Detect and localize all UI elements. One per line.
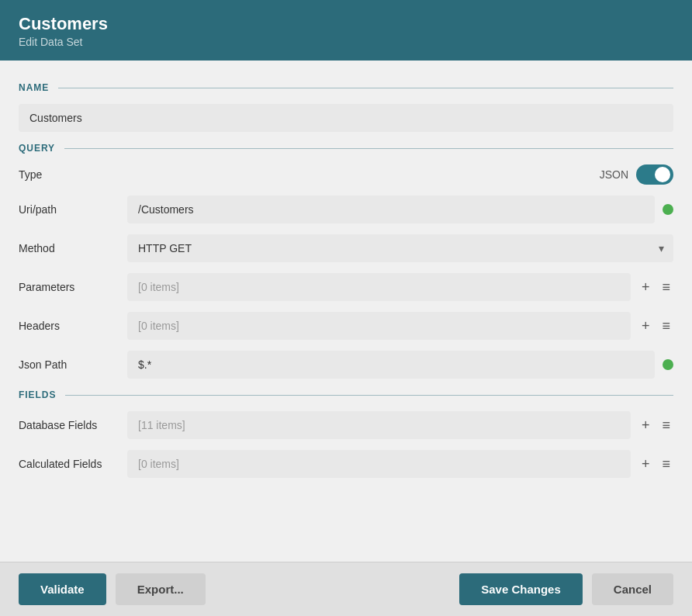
headers-row: Headers [0 items] + ≡ bbox=[19, 312, 673, 340]
json-path-row: Json Path bbox=[19, 351, 673, 379]
database-fields-label: Database Fields bbox=[19, 419, 127, 431]
calculated-fields-row: Calculated Fields [0 items] + ≡ bbox=[19, 450, 673, 478]
page-subtitle: Edit Data Set bbox=[19, 36, 673, 48]
fields-section-header: FIELDS bbox=[19, 389, 673, 400]
json-path-label: Json Path bbox=[19, 358, 127, 371]
name-field-row bbox=[19, 104, 673, 132]
parameters-control: [0 items] + ≡ bbox=[127, 273, 673, 301]
method-label: Method bbox=[19, 242, 127, 254]
json-path-status-indicator bbox=[663, 359, 673, 370]
method-row: Method HTTP GET HTTP POST HTTP PUT HTTP … bbox=[19, 234, 673, 262]
parameters-label: Parameters bbox=[19, 281, 127, 293]
name-field-control bbox=[19, 104, 673, 132]
method-control: HTTP GET HTTP POST HTTP PUT HTTP DELETE … bbox=[127, 234, 673, 262]
uri-label: Uri/path bbox=[19, 203, 127, 216]
page-header: Customers Edit Data Set bbox=[0, 0, 692, 61]
save-changes-button[interactable]: Save Changes bbox=[459, 573, 583, 605]
json-toggle[interactable] bbox=[636, 164, 673, 185]
method-select-wrapper: HTTP GET HTTP POST HTTP PUT HTTP DELETE … bbox=[127, 234, 673, 262]
query-section-label: QUERY bbox=[19, 143, 55, 154]
json-path-input[interactable] bbox=[127, 351, 655, 379]
footer: Validate Export... Save Changes Cancel bbox=[0, 562, 692, 616]
query-section-header: QUERY bbox=[19, 143, 673, 154]
method-select[interactable]: HTTP GET HTTP POST HTTP PUT HTTP DELETE bbox=[127, 234, 673, 262]
parameters-actions: + ≡ bbox=[638, 279, 673, 296]
main-content: NAME QUERY Type JSON Uri/path Method bbox=[0, 61, 692, 562]
headers-label: Headers bbox=[19, 320, 127, 332]
name-section-label: NAME bbox=[19, 82, 49, 93]
type-label: Type bbox=[19, 168, 127, 181]
calculated-fields-field: [0 items] bbox=[127, 450, 631, 478]
fields-section-divider bbox=[65, 395, 673, 396]
calculated-fields-control: [0 items] + ≡ bbox=[127, 450, 673, 478]
name-section-divider bbox=[58, 88, 673, 88]
database-fields-actions: + ≡ bbox=[638, 417, 673, 434]
json-label: JSON bbox=[600, 168, 628, 181]
uri-control bbox=[127, 196, 673, 223]
database-fields-field: [11 items] bbox=[127, 411, 631, 439]
type-toggle-wrapper: JSON bbox=[600, 164, 673, 185]
database-fields-add-icon[interactable]: + bbox=[638, 417, 653, 434]
headers-field: [0 items] bbox=[127, 312, 631, 340]
parameters-menu-icon[interactable]: ≡ bbox=[659, 279, 673, 296]
parameters-add-icon[interactable]: + bbox=[638, 279, 653, 296]
parameters-field: [0 items] bbox=[127, 273, 631, 301]
headers-add-icon[interactable]: + bbox=[638, 317, 653, 334]
uri-row: Uri/path bbox=[19, 196, 673, 223]
calculated-fields-actions: + ≡ bbox=[638, 455, 673, 472]
calculated-fields-add-icon[interactable]: + bbox=[638, 455, 653, 472]
name-section-header: NAME bbox=[19, 82, 673, 93]
headers-control: [0 items] + ≡ bbox=[127, 312, 673, 340]
fields-section-label: FIELDS bbox=[19, 389, 56, 400]
calculated-fields-label: Calculated Fields bbox=[19, 458, 127, 470]
database-fields-control: [11 items] + ≡ bbox=[127, 411, 673, 439]
page-title: Customers bbox=[19, 14, 673, 34]
parameters-row: Parameters [0 items] + ≡ bbox=[19, 273, 673, 301]
json-path-control bbox=[127, 351, 673, 379]
uri-input[interactable] bbox=[127, 196, 655, 223]
export-button[interactable]: Export... bbox=[116, 573, 206, 605]
cancel-button[interactable]: Cancel bbox=[592, 573, 673, 605]
database-fields-row: Database Fields [11 items] + ≡ bbox=[19, 411, 673, 439]
uri-status-indicator bbox=[663, 204, 673, 215]
query-section-divider bbox=[64, 148, 673, 149]
name-input[interactable] bbox=[19, 104, 673, 132]
type-control: JSON bbox=[127, 164, 673, 185]
type-row: Type JSON bbox=[19, 164, 673, 185]
headers-menu-icon[interactable]: ≡ bbox=[659, 317, 673, 334]
validate-button[interactable]: Validate bbox=[19, 573, 106, 605]
headers-actions: + ≡ bbox=[638, 317, 673, 334]
database-fields-menu-icon[interactable]: ≡ bbox=[659, 417, 673, 434]
calculated-fields-menu-icon[interactable]: ≡ bbox=[659, 455, 673, 472]
